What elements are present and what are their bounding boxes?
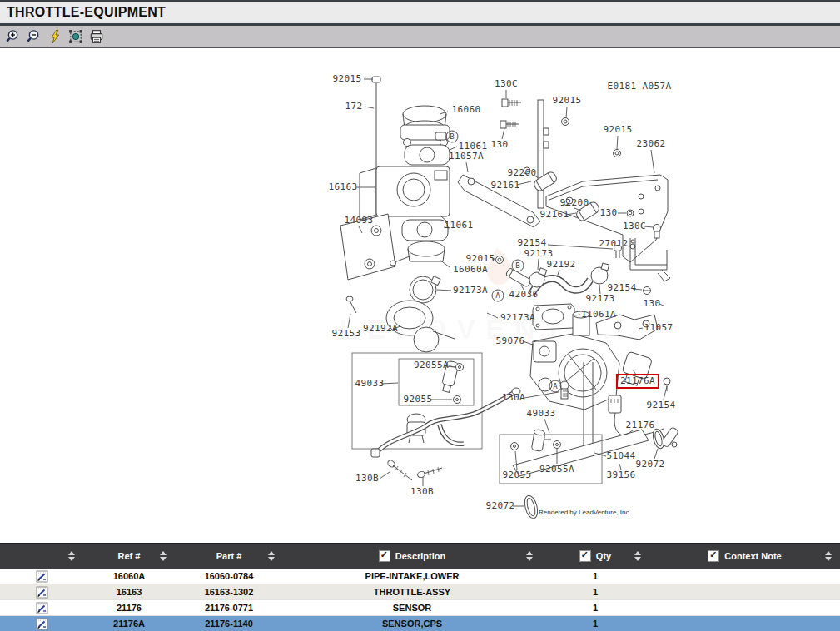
part-number-cell: 21176-0771 xyxy=(175,603,283,613)
edit-note-icon[interactable] xyxy=(36,586,48,599)
diagram-ref-letter[interactable]: B xyxy=(512,260,524,272)
part-label[interactable]: 49033 xyxy=(526,409,555,419)
part-label[interactable]: 49033 xyxy=(355,379,384,389)
description-cell: SENSOR xyxy=(283,603,541,613)
lightning-tool-button[interactable] xyxy=(47,28,63,45)
part-label[interactable]: 92072 xyxy=(485,501,514,511)
part-label[interactable]: 14093 xyxy=(344,216,373,226)
select-region-icon xyxy=(68,29,83,44)
parts-catalog-page: { "window":{"title":"THROTTLE-EQUIPMENT"… xyxy=(0,0,840,631)
part-label[interactable]: 92173A xyxy=(500,313,535,323)
parts-table-header: Ref # Part # Description Qty Context Not… xyxy=(0,543,840,569)
part-label[interactable]: 92015 xyxy=(465,254,495,264)
sort-icon[interactable] xyxy=(268,551,275,561)
part-label[interactable]: 16060A xyxy=(453,265,488,275)
zoom-in-button[interactable] xyxy=(5,28,22,45)
part-label[interactable]: 130A xyxy=(502,393,525,403)
title-bar: THROTTLE-EQUIPMENT xyxy=(0,0,840,26)
column-header-description[interactable]: Description xyxy=(283,544,541,569)
part-label[interactable]: 21176 xyxy=(625,420,654,430)
part-number-cell: 16060-0784 xyxy=(175,571,283,581)
diagram-ref-letter[interactable]: A xyxy=(492,290,504,302)
part-label[interactable]: 130 xyxy=(599,208,617,218)
part-label[interactable]: 92161 xyxy=(539,210,569,220)
part-label[interactable]: 130B xyxy=(355,474,379,484)
part-label[interactable]: 130C xyxy=(495,79,518,89)
select-region-tool-button[interactable] xyxy=(67,28,84,45)
render-credit: Rendered by LeadVenture, Inc. xyxy=(539,509,631,516)
print-button[interactable] xyxy=(88,28,105,45)
part-label[interactable]: 11061 xyxy=(444,221,473,231)
part-label[interactable]: 92055A xyxy=(414,360,449,370)
ref-number-cell: 16060A xyxy=(83,571,175,581)
part-label[interactable]: 92173 xyxy=(524,249,553,259)
context-note-checkbox[interactable] xyxy=(708,550,719,562)
part-label[interactable]: 92015 xyxy=(603,125,632,135)
part-label[interactable]: 92173A xyxy=(453,286,488,296)
part-label[interactable]: 92055A xyxy=(539,465,574,474)
sort-icon[interactable] xyxy=(68,551,75,561)
part-label[interactable]: 92055 xyxy=(502,470,531,480)
column-header-part[interactable]: Part # xyxy=(175,544,283,569)
sort-icon[interactable] xyxy=(526,551,533,561)
part-label[interactable]: 51044 xyxy=(606,451,635,461)
part-label[interactable]: 92154 xyxy=(517,238,546,248)
zoom-out-icon xyxy=(27,29,42,44)
part-label[interactable]: 92173 xyxy=(585,294,614,304)
column-header-qty[interactable]: Qty xyxy=(541,544,649,569)
column-header-context-note[interactable]: Context Note xyxy=(649,544,840,569)
part-number-cell: 16163-1302 xyxy=(175,587,283,597)
part-label[interactable]: 59076 xyxy=(495,336,524,346)
description-cell: THROTTLE-ASSY xyxy=(283,587,541,597)
table-row[interactable]: 21176A 21176-1140 SENSOR,CPS 1 xyxy=(0,616,840,631)
part-label[interactable]: 11061A xyxy=(581,310,616,320)
qty-checkbox[interactable] xyxy=(579,550,591,562)
part-label[interactable]: 130 xyxy=(490,140,508,150)
part-label[interactable]: 16060 xyxy=(451,105,480,115)
edit-note-icon[interactable] xyxy=(36,602,48,614)
part-label[interactable]: 92200 xyxy=(559,198,589,208)
part-label[interactable]: 172 xyxy=(345,102,362,112)
qty-cell: 1 xyxy=(541,603,649,613)
table-row[interactable]: 16163 16163-1302 THROTTLE-ASSY 1 xyxy=(0,584,840,600)
column-label: Description xyxy=(395,551,446,561)
part-label[interactable]: 130 xyxy=(643,299,660,309)
edit-note-icon[interactable] xyxy=(36,618,48,630)
part-label[interactable]: 92154 xyxy=(646,400,675,410)
part-label[interactable]: 11057 xyxy=(644,323,673,333)
zoom-out-button[interactable] xyxy=(26,28,42,45)
table-row[interactable]: 16060A 16060-0784 PIPE-INTAKE,LOWER 1 xyxy=(0,569,840,584)
print-icon xyxy=(89,29,104,44)
table-row[interactable]: 21176 21176-0771 SENSOR 1 xyxy=(0,600,840,616)
part-label[interactable]: 16163 xyxy=(328,182,357,192)
description-checkbox[interactable] xyxy=(379,550,390,562)
part-label[interactable]: 11057A xyxy=(449,152,484,161)
diagram-ref-letter[interactable]: B xyxy=(446,131,459,143)
part-label[interactable]: 130B xyxy=(410,487,434,497)
part-label[interactable]: 92192 xyxy=(546,260,575,270)
part-label[interactable]: 92192A xyxy=(363,324,398,334)
part-label[interactable]: 92154 xyxy=(607,283,636,293)
sort-icon[interactable] xyxy=(825,551,832,561)
part-label[interactable]: 92015 xyxy=(332,74,361,84)
edit-note-icon[interactable] xyxy=(36,570,48,583)
diagram-ref-letter[interactable]: A xyxy=(549,380,562,393)
part-label[interactable]: 92072 xyxy=(635,460,664,470)
part-label[interactable]: 27012 xyxy=(599,239,628,249)
part-label[interactable]: 23062 xyxy=(636,139,665,149)
part-label[interactable]: 39156 xyxy=(606,470,635,480)
sort-icon[interactable] xyxy=(160,551,167,561)
part-label[interactable]: 130C xyxy=(623,221,646,231)
sort-icon[interactable] xyxy=(634,551,641,561)
part-label[interactable]: 92015 xyxy=(552,96,581,106)
part-label[interactable]: 92055 xyxy=(403,395,432,405)
part-label[interactable]: 92153 xyxy=(331,329,360,339)
part-label[interactable]: 21176A xyxy=(616,374,659,389)
column-header-select[interactable] xyxy=(0,544,83,569)
part-label[interactable]: 92161 xyxy=(490,181,519,191)
part-label[interactable]: 92200 xyxy=(507,168,536,178)
column-label: Context Note xyxy=(724,551,781,561)
part-label[interactable]: E0181-A057A xyxy=(607,82,671,92)
part-label[interactable]: 42036 xyxy=(509,290,538,300)
column-header-ref[interactable]: Ref # xyxy=(83,544,175,569)
